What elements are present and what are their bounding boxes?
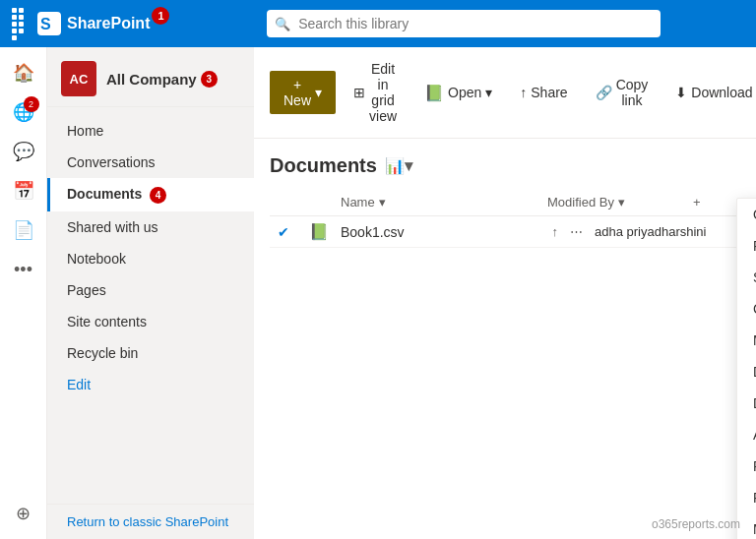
share-file-icon[interactable]: ↑ — [548, 222, 563, 241]
app-name: SharePoint — [67, 15, 150, 32]
nav-list: Home Conversations Documents 4 Shared wi… — [47, 107, 254, 504]
sidebar-item-edit[interactable]: Edit — [47, 369, 254, 400]
sidebar-item-documents[interactable]: Documents 4 — [47, 178, 254, 211]
app-logo: S SharePoint 1 — [37, 12, 173, 35]
search-container: 🔍 — [267, 10, 661, 37]
doc-area: Documents 📊▾ Name ▾ Modified By ▾ + — [254, 139, 756, 539]
sidebar-item-conversations[interactable]: Conversations — [47, 147, 254, 178]
ctx-download[interactable]: Download — [737, 356, 756, 388]
sidebar-item-notebook[interactable]: Notebook — [47, 243, 254, 274]
sidebar-item-pages[interactable]: Pages — [47, 274, 254, 306]
add-col-header[interactable]: + — [693, 195, 732, 210]
icon-bar: 🏠 🌐 2 💬 📅 📄 ••• ⊕ — [0, 47, 47, 539]
download-button[interactable]: ⬇ Download — [665, 79, 756, 106]
share-button[interactable]: ↑ Share — [510, 79, 577, 106]
site-avatar: AC — [61, 61, 96, 96]
doc-icon-btn[interactable]: 📄 — [6, 212, 41, 248]
sidebar-item-recycle-bin[interactable]: Recycle bin — [47, 337, 254, 369]
file-action-icons: ↑ ⋯ — [548, 222, 588, 241]
doc-title: Documents 📊▾ — [270, 154, 740, 177]
modified-col-header[interactable]: Modified By ▾ — [547, 195, 685, 210]
sidebar-item-site-contents[interactable]: Site contents — [47, 306, 254, 337]
home-icon-btn[interactable]: 🏠 — [6, 55, 41, 90]
file-type-icon: 📗 — [309, 222, 333, 241]
sidebar-item-home[interactable]: Home — [47, 115, 254, 147]
new-chevron-icon: ▾ — [315, 85, 322, 100]
open-chevron-icon: ▾ — [485, 85, 492, 100]
site-title-badge: 3 — [201, 71, 218, 88]
name-col-header[interactable]: Name ▾ — [341, 195, 539, 210]
ctx-manage-access[interactable]: Manage access — [737, 325, 756, 356]
main-content: + New ▾ ⊞ Edit in grid view 📗 Open ▾ ↑ S… — [254, 47, 756, 539]
topbar-badge: 1 — [152, 7, 169, 25]
grid-icon: ⊞ — [353, 85, 365, 100]
app-grid-icon[interactable] — [12, 8, 28, 40]
share-icon: ↑ — [520, 85, 527, 100]
open-button[interactable]: 📗 Open ▾ — [414, 78, 502, 108]
site-header: AC All Company 3 — [47, 47, 254, 107]
sidebar-item-shared[interactable]: Shared with us — [47, 211, 254, 243]
link-icon: 🔗 — [596, 85, 612, 100]
plus-icon-btn[interactable]: ⊕ — [6, 496, 41, 531]
ctx-automate[interactable]: Automate › — [737, 419, 756, 450]
ctx-copy-link[interactable]: Copy link — [737, 293, 756, 325]
ctx-rename[interactable]: Rename — [737, 450, 756, 482]
modified-by-cell: adha priyadharshini — [595, 224, 732, 239]
sidebar: AC All Company 3 Home Conversations Docu… — [47, 47, 254, 539]
table-row: ✔ 📗 Book1.csv ↑ ⋯ adha priyadharshini — [270, 216, 740, 248]
watermark: o365reports.com — [652, 517, 740, 531]
copy-link-button[interactable]: 🔗 Copy link — [586, 71, 659, 114]
file-name[interactable]: Book1.csv — [341, 224, 540, 240]
documents-badge: 4 — [150, 187, 166, 204]
ctx-delete[interactable]: Delete — [737, 388, 756, 419]
site-title: All Company 3 — [106, 71, 218, 88]
name-sort-icon: ▾ — [379, 195, 386, 210]
globe-badge: 2 — [24, 96, 39, 112]
ellipsis-icon-btn[interactable]: ••• — [6, 252, 41, 287]
calendar-icon-btn[interactable]: 📅 — [6, 173, 41, 209]
svg-text:S: S — [40, 16, 51, 32]
globe-icon-btn[interactable]: 🌐 2 — [6, 94, 41, 130]
download-icon: ⬇ — [675, 85, 687, 100]
excel-icon: 📗 — [424, 84, 444, 102]
modified-sort-icon: ▾ — [618, 195, 625, 210]
ctx-open[interactable]: Open › — [737, 199, 756, 230]
toolbar: + New ▾ ⊞ Edit in grid view 📗 Open ▾ ↑ S… — [254, 47, 756, 139]
sharepoint-icon: S — [37, 12, 61, 35]
topbar: S SharePoint 1 🔍 — [0, 0, 756, 47]
context-menu: Open › Preview Share Copy link Manage ac… — [736, 198, 756, 539]
ctx-preview[interactable]: Preview — [737, 230, 756, 262]
check-icon: ✔ — [278, 224, 289, 240]
layout: 🏠 🌐 2 💬 📅 📄 ••• ⊕ AC All Company 3 Home … — [0, 47, 756, 539]
file-list-header: Name ▾ Modified By ▾ + — [270, 189, 740, 216]
search-input[interactable] — [267, 10, 661, 37]
ctx-share[interactable]: Share — [737, 262, 756, 293]
return-classic-link[interactable]: Return to classic SharePoint — [47, 504, 254, 539]
view-icon[interactable]: 📊▾ — [385, 156, 412, 175]
row-checkbox[interactable]: ✔ — [278, 224, 301, 240]
more-file-icon[interactable]: ⋯ — [566, 222, 587, 241]
search-icon: 🔍 — [275, 17, 290, 31]
chat-icon-btn[interactable]: 💬 — [6, 134, 41, 169]
edit-grid-button[interactable]: ⊞ Edit in grid view — [344, 55, 407, 130]
ctx-pin[interactable]: Pin to top — [737, 482, 756, 513]
new-button[interactable]: + New ▾ — [270, 71, 336, 114]
